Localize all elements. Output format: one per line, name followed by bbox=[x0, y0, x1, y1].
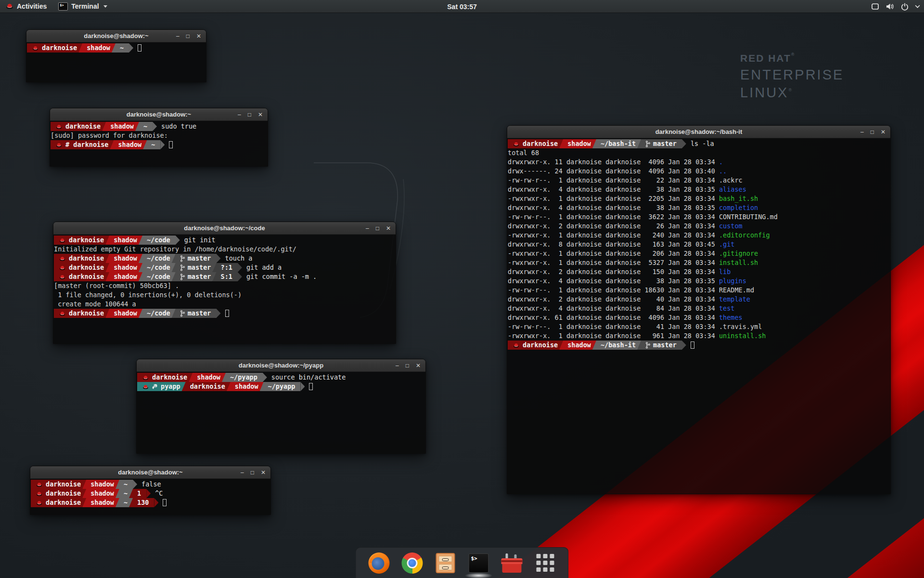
command-text: ^C bbox=[155, 489, 163, 498]
window-titlebar[interactable]: darknoise@shadow:~/pyapp–□✕ bbox=[137, 359, 425, 372]
window-titlebar[interactable]: darknoise@shadow:~–□✕ bbox=[26, 30, 206, 42]
prompt-endcap bbox=[217, 254, 221, 263]
system-status-area[interactable] bbox=[871, 0, 920, 13]
prompt-line: darknoiseshadow~/codemaster bbox=[54, 309, 396, 318]
power-icon[interactable] bbox=[901, 3, 909, 11]
segment-label: darknoise bbox=[190, 382, 225, 391]
segment-label: darknoise bbox=[523, 139, 558, 148]
close-button[interactable]: ✕ bbox=[258, 112, 263, 118]
ls-meta: -rw-rw-r--. 1 darknoise darknoise 3622 J… bbox=[508, 213, 719, 221]
clock[interactable]: Sat 03:57 bbox=[442, 0, 481, 13]
dock-files-button[interactable] bbox=[435, 552, 456, 574]
minimize-button[interactable]: – bbox=[396, 363, 399, 368]
redhat-icon bbox=[56, 142, 62, 147]
segment-label: master bbox=[188, 254, 211, 263]
prompt-segment-host: shadow bbox=[110, 140, 147, 149]
segment-label: shadow bbox=[235, 382, 258, 391]
redhat-icon bbox=[59, 274, 65, 279]
ls-row: drwxrwxr-x. 61 darknoise darknoise 4096 … bbox=[508, 313, 890, 322]
terminal-content[interactable]: darknoiseshadow~/pyappsource bin/activat… bbox=[137, 372, 425, 453]
terminal-content[interactable]: darknoiseshadow~ bbox=[26, 42, 206, 82]
prompt-segment-path: ~/bash-it bbox=[592, 341, 641, 350]
app-menu-label: Terminal bbox=[71, 2, 99, 10]
terminal-content[interactable]: darknoiseshadow~/codegit initInitialized… bbox=[53, 235, 396, 343]
minimize-button[interactable]: – bbox=[238, 112, 241, 118]
ls-filename: .editorconfig bbox=[719, 231, 770, 239]
dock-terminal-button[interactable]: $> bbox=[468, 552, 489, 574]
prompt-segment-git: master bbox=[172, 254, 217, 263]
prompt-line: darknoiseshadow~/codemaster?:1git add a bbox=[54, 263, 396, 272]
close-button[interactable]: ✕ bbox=[881, 129, 886, 135]
dock-chrome-button[interactable] bbox=[402, 552, 423, 574]
terminal-content[interactable]: darknoiseshadow~/bash-itmasterls -latota… bbox=[507, 138, 890, 494]
segment-label: ~/pyapp bbox=[268, 382, 295, 391]
dock-firefox-button[interactable] bbox=[369, 552, 390, 574]
ls-filename: .ackrc bbox=[719, 176, 743, 184]
segment-label: master bbox=[653, 139, 677, 148]
prompt-segment-venv: pyapp bbox=[137, 382, 186, 391]
window-titlebar[interactable]: darknoise@shadow:~/code–□✕ bbox=[53, 222, 396, 235]
maximize-button[interactable]: □ bbox=[376, 225, 379, 231]
ls-meta: -rwxrwxr-x. 1 darknoise darknoise 961 Ja… bbox=[508, 332, 719, 340]
dock-toolbox-button[interactable] bbox=[501, 552, 523, 574]
branch-icon bbox=[180, 274, 185, 280]
ls-filename: .. bbox=[719, 167, 727, 175]
files-icon bbox=[436, 553, 455, 573]
maximize-button[interactable]: □ bbox=[248, 112, 251, 118]
prompt-line: darknoiseshadow~/codegit init bbox=[54, 236, 396, 245]
minimize-button[interactable]: – bbox=[241, 470, 244, 475]
branch-icon bbox=[180, 255, 185, 262]
volume-icon[interactable] bbox=[886, 3, 895, 10]
python-icon bbox=[152, 384, 158, 390]
maximize-button[interactable]: □ bbox=[871, 129, 874, 135]
dock-app-grid-button[interactable] bbox=[535, 552, 556, 574]
prompt-endcap bbox=[682, 139, 686, 148]
prompt-segment-user: darknoise bbox=[54, 263, 109, 272]
redhat-logo-icon bbox=[6, 2, 13, 11]
chevron-down-icon[interactable] bbox=[915, 5, 920, 8]
display-icon[interactable] bbox=[871, 3, 879, 10]
window-titlebar[interactable]: darknoise@shadow:~–□✕ bbox=[30, 466, 270, 479]
segment-label: shadow bbox=[87, 43, 110, 53]
ls-row: drwxrwxr-x. 2 darknoise darknoise 150 Ja… bbox=[508, 267, 890, 276]
terminal-cursor bbox=[138, 44, 141, 52]
close-button[interactable]: ✕ bbox=[196, 33, 201, 39]
prompt-segment-host: shadow bbox=[105, 236, 142, 245]
terminal-content[interactable]: darknoiseshadow~sudo true[sudo] password… bbox=[50, 121, 268, 166]
window-titlebar[interactable]: darknoise@shadow:~–□✕ bbox=[50, 108, 268, 121]
activities-button[interactable]: Activities bbox=[0, 0, 52, 13]
prompt-line: darknoiseshadow~false bbox=[31, 480, 270, 489]
prompt-segment-user: darknoise bbox=[31, 489, 86, 498]
window-titlebar[interactable]: darknoise@shadow:~/bash-it–□✕ bbox=[507, 126, 890, 138]
segment-label: darknoise bbox=[46, 498, 81, 507]
maximize-button[interactable]: □ bbox=[251, 470, 254, 475]
close-button[interactable]: ✕ bbox=[261, 470, 266, 475]
app-menu-terminal[interactable]: $> Terminal bbox=[52, 0, 113, 13]
rhel-branding: RED HAT® ENTERPRISE LINUX® bbox=[740, 52, 844, 101]
prompt-segment-user: darknoise bbox=[508, 139, 563, 148]
minimize-button[interactable]: – bbox=[860, 129, 864, 135]
minimize-button[interactable]: – bbox=[176, 33, 180, 39]
segment-label: darknoise bbox=[152, 373, 187, 382]
ls-meta: -rw-rw-r--. 1 darknoise darknoise 41 Jan… bbox=[508, 323, 719, 330]
close-button[interactable]: ✕ bbox=[386, 225, 391, 231]
ls-meta: -rw-rw-r--. 1 darknoise darknoise 18630 … bbox=[508, 286, 719, 294]
prompt-segment-host: shadow bbox=[227, 382, 264, 391]
segment-label: shadow bbox=[114, 309, 137, 318]
minimize-button[interactable]: – bbox=[366, 225, 369, 231]
output-line: [master (root-commit) 50bcb63] . bbox=[54, 281, 396, 290]
prompt-segment-user: darknoise bbox=[51, 122, 106, 131]
segment-label: master bbox=[188, 272, 211, 281]
prompt-line: darknoiseshadow~/bash-itmasterls -la bbox=[508, 139, 890, 148]
prompt-segment-host: shadow bbox=[102, 122, 139, 131]
prompt-segment-path: ~/pyapp bbox=[260, 382, 301, 391]
prompt-segment-exit: 130 bbox=[129, 498, 154, 507]
maximize-button[interactable]: □ bbox=[186, 33, 190, 39]
prompt-segment-user: darknoise bbox=[54, 254, 109, 263]
maximize-button[interactable]: □ bbox=[406, 363, 409, 368]
close-button[interactable]: ✕ bbox=[416, 363, 421, 368]
ls-row: -rwxrwxr-x. 1 darknoise darknoise 961 Ja… bbox=[508, 331, 890, 341]
prompt-endcap bbox=[217, 309, 221, 318]
window-title: darknoise@shadow:~/bash-it bbox=[655, 128, 743, 135]
terminal-content[interactable]: darknoiseshadow~falsedarknoiseshadow~1^C… bbox=[30, 479, 270, 514]
